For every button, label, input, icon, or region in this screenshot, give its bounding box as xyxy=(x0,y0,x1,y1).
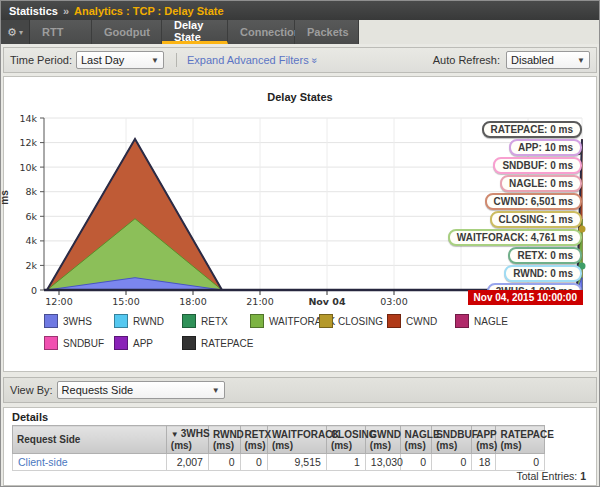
col-unit: (ms) xyxy=(272,440,293,451)
legend-swatch xyxy=(114,336,128,350)
svg-text:0: 0 xyxy=(31,285,37,296)
details-table: Request Side ▼3WHS (ms) RWND (ms) RETX (… xyxy=(12,425,545,471)
callout-rwnd: RWND: 0 ms xyxy=(504,265,582,282)
expand-advanced-filters-label: Expand Advanced Filters xyxy=(187,54,309,66)
tab-strip: ⚙ ▾ RTT Goodput Delay State Connections … xyxy=(1,20,359,44)
client-side-link[interactable]: Client-side xyxy=(13,454,167,471)
col-app[interactable]: APP (ms) xyxy=(472,426,496,454)
tab-bar: ⚙ ▾ RTT Goodput Delay State Connections … xyxy=(1,20,599,44)
chevron-down-icon: ▼ xyxy=(212,386,220,395)
col-3whs[interactable]: ▼3WHS (ms) xyxy=(166,426,208,454)
legend-item-retx[interactable]: RETX xyxy=(182,314,228,328)
time-period-value: Last Day xyxy=(81,54,124,66)
total-entries-value: 1 xyxy=(580,470,586,482)
col-rwnd[interactable]: RWND (ms) xyxy=(208,426,240,454)
chevron-down-icon: ▼ xyxy=(577,56,585,65)
legend-label: CWND xyxy=(406,316,437,327)
legend-item-app[interactable]: APP xyxy=(114,336,153,350)
legend-item-cwnd[interactable]: CWND xyxy=(387,314,437,328)
details-title: Details xyxy=(12,411,48,423)
breadcrumb: Statistics » Analytics : TCP : Delay Sta… xyxy=(1,1,599,21)
col-nagle[interactable]: NAGLE (ms) xyxy=(400,426,432,454)
legend-swatch xyxy=(44,336,58,350)
time-period-select[interactable]: Last Day ▼ xyxy=(76,51,164,69)
cell-sndbuf: 0 xyxy=(432,454,472,471)
legend-item-sndbuf[interactable]: SNDBUF xyxy=(44,336,104,350)
col-label: SNDBUF xyxy=(436,429,478,440)
col-label: APP xyxy=(476,429,497,440)
col-unit: (ms) xyxy=(405,440,426,451)
svg-text:Nov 04: Nov 04 xyxy=(308,296,346,307)
legend-item-closing[interactable]: CLOSING xyxy=(319,314,383,328)
total-entries: Total Entries:1 xyxy=(516,470,586,482)
col-label: RATEPACE xyxy=(500,429,554,440)
col-sndbuf[interactable]: SNDBUF (ms) xyxy=(432,426,472,454)
view-by-label: View By: xyxy=(10,384,53,396)
chevron-down-icon: ▼ xyxy=(151,56,159,65)
col-closing[interactable]: CLOSING (ms) xyxy=(326,426,365,454)
legend-label: NAGLE xyxy=(474,316,508,327)
legend-item-3whs[interactable]: 3WHS xyxy=(44,314,92,328)
col-label: RETX xyxy=(245,429,272,440)
breadcrumb-separator-icon: » xyxy=(63,5,69,17)
legend-label: RATEPACE xyxy=(201,338,253,349)
callout-retx: RETX: 0 ms xyxy=(508,247,582,264)
tab-label: RTT xyxy=(42,26,63,38)
legend-swatch xyxy=(319,314,333,328)
callout-sndbuf: SNDBUF: 0 ms xyxy=(493,157,582,174)
col-request-side[interactable]: Request Side xyxy=(13,426,167,454)
legend-label: CLOSING xyxy=(338,316,383,327)
cell-cwnd: 13,030 xyxy=(365,454,400,471)
table-row: Client-side 2,007 0 0 9,515 1 13,030 0 0… xyxy=(13,454,545,471)
svg-text:18:00: 18:00 xyxy=(179,296,206,307)
legend-item-nagle[interactable]: NAGLE xyxy=(455,314,508,328)
tab-packets[interactable]: Packets xyxy=(295,20,359,44)
legend-label: APP xyxy=(133,338,153,349)
tab-rtt[interactable]: RTT xyxy=(30,20,92,44)
tab-delay-state[interactable]: Delay State xyxy=(162,20,228,44)
cell-ratepace: 0 xyxy=(496,454,545,471)
filter-bar: Time Period: Last Day ▼ Expand Advanced … xyxy=(3,47,597,73)
gear-icon: ⚙ xyxy=(7,26,17,39)
legend-item-rwnd[interactable]: RWND xyxy=(114,314,164,328)
col-unit: (ms) xyxy=(331,440,352,451)
col-cwnd[interactable]: CWND (ms) xyxy=(365,426,400,454)
svg-text:12k: 12k xyxy=(19,137,37,148)
tab-goodput[interactable]: Goodput xyxy=(92,20,162,44)
col-unit: (ms) xyxy=(436,440,457,451)
col-ratepace[interactable]: RATEPACE (ms) xyxy=(496,426,545,454)
callout-cwnd: CWND: 6,501 ms xyxy=(485,193,582,210)
auto-refresh-label: Auto Refresh: xyxy=(433,54,500,66)
col-retx[interactable]: RETX (ms) xyxy=(240,426,267,454)
tab-connections[interactable]: Connections xyxy=(228,20,295,44)
cell-waitforack: 9,515 xyxy=(267,454,326,471)
col-unit: (ms) xyxy=(370,440,391,451)
col-unit: (ms) xyxy=(476,440,497,451)
col-label: 3WHS xyxy=(181,428,210,439)
expand-advanced-filters-link[interactable]: Expand Advanced Filters» xyxy=(187,54,317,66)
legend-item-ratepace[interactable]: RATEPACE xyxy=(182,336,253,350)
cell-rwnd: 0 xyxy=(208,454,240,471)
col-label: CWND xyxy=(370,429,401,440)
col-unit: (ms) xyxy=(171,440,192,451)
view-by-bar: View By: Requests Side ▼ xyxy=(3,377,597,403)
legend-swatch xyxy=(182,336,196,350)
legend-label: SNDBUF xyxy=(63,338,104,349)
expand-chevron-icon: » xyxy=(309,58,320,64)
settings-menu-button[interactable]: ⚙ ▾ xyxy=(1,20,30,44)
col-waitforack[interactable]: WAITFORACK (ms) xyxy=(267,426,326,454)
callout-ratepace: RATEPACE: 0 ms xyxy=(482,121,582,138)
hover-timestamp-badge: Nov 04, 2015 10:00:00 xyxy=(468,290,583,305)
callout-app: APP: 10 ms xyxy=(509,139,582,156)
chart-panel: Delay States ms xyxy=(3,76,597,372)
legend-swatch xyxy=(44,314,58,328)
svg-text:8k: 8k xyxy=(25,186,37,197)
callout-nagle: NAGLE: 0 ms xyxy=(500,175,582,192)
auto-refresh-select[interactable]: Disabled ▼ xyxy=(506,51,590,69)
view-by-select[interactable]: Requests Side ▼ xyxy=(57,381,225,399)
breadcrumb-section[interactable]: Statistics xyxy=(9,5,58,17)
divider xyxy=(176,53,177,67)
svg-text:15:00: 15:00 xyxy=(112,296,139,307)
tab-label: Delay State xyxy=(174,19,227,43)
breadcrumb-path: Analytics : TCP : Delay State xyxy=(74,5,224,17)
